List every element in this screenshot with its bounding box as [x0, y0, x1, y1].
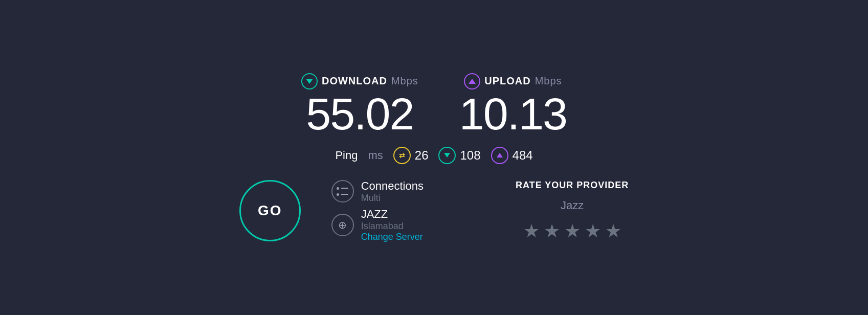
go-button[interactable]: GO	[239, 180, 301, 241]
download-arrow	[306, 79, 313, 84]
upload-unit: Mbps	[535, 75, 562, 87]
speed-section: DOWNLOAD Mbps 55.02 UPLOAD Mbps 10.13 Pi…	[0, 73, 868, 174]
upload-label-row: UPLOAD Mbps	[464, 73, 562, 89]
bottom-section: GO	[0, 179, 868, 242]
download-label-row: DOWNLOAD Mbps	[301, 73, 418, 89]
upload-ping-icon-circle	[491, 147, 508, 164]
speed-row: DOWNLOAD Mbps 55.02 UPLOAD Mbps 10.13	[301, 73, 567, 137]
rate-section: RATE YOUR PROVIDER Jazz ★ ★ ★ ★ ★	[516, 180, 629, 242]
upload-ping-item: 484	[491, 147, 533, 164]
connections-type: Multi	[361, 193, 424, 204]
star-5[interactable]: ★	[605, 220, 621, 242]
upload-block: UPLOAD Mbps 10.13	[459, 73, 567, 137]
globe-icon-circle: ⊕	[331, 214, 354, 236]
download-ping-arrow	[444, 153, 450, 158]
isp-label: JAZZ	[361, 208, 423, 221]
jitter-icon-circle: ⇄	[393, 147, 411, 164]
stars-row[interactable]: ★ ★ ★ ★ ★	[523, 220, 621, 242]
provider-name: Jazz	[561, 199, 584, 212]
download-ping-icon-circle	[438, 147, 456, 164]
download-label: DOWNLOAD	[322, 75, 387, 87]
ping-unit: ms	[368, 149, 383, 162]
jitter-value: 26	[415, 148, 429, 163]
connections-text: Connections Multi	[361, 179, 424, 204]
rate-title: RATE YOUR PROVIDER	[516, 180, 629, 191]
download-ping-item: 108	[438, 147, 480, 164]
go-label: GO	[258, 202, 282, 219]
upload-ping-value: 484	[513, 148, 533, 163]
isp-text: JAZZ Islamabad Change Server	[361, 208, 423, 242]
download-block: DOWNLOAD Mbps 55.02	[301, 73, 418, 137]
jitter-icon: ⇄	[399, 151, 405, 160]
star-3[interactable]: ★	[564, 220, 581, 242]
download-unit: Mbps	[391, 75, 418, 87]
isp-row: ⊕ JAZZ Islamabad Change Server	[331, 208, 424, 242]
upload-value: 10.13	[459, 92, 567, 137]
star-1[interactable]: ★	[523, 220, 540, 242]
ping-label: Ping	[335, 149, 358, 162]
download-icon	[301, 73, 318, 89]
ping-row: Ping ms ⇄ 26 108 484	[335, 147, 532, 164]
download-value: 55.02	[306, 92, 413, 137]
location: Islamabad	[361, 221, 423, 232]
connections-icon-circle	[331, 180, 354, 202]
upload-icon	[464, 73, 480, 89]
download-ping-value: 108	[460, 148, 480, 163]
upload-arrow	[469, 79, 476, 84]
globe-icon: ⊕	[338, 219, 347, 231]
connections-row: Connections Multi	[331, 179, 424, 204]
connections-label: Connections	[361, 179, 424, 193]
upload-label: UPLOAD	[484, 75, 530, 87]
jitter-item: ⇄ 26	[393, 147, 429, 164]
star-4[interactable]: ★	[585, 220, 601, 242]
upload-ping-arrow	[497, 153, 503, 158]
star-2[interactable]: ★	[544, 220, 560, 242]
change-server-link[interactable]: Change Server	[361, 232, 423, 242]
server-info: Connections Multi ⊕ JAZZ Islamabad Chang…	[331, 179, 424, 242]
main-container: DOWNLOAD Mbps 55.02 UPLOAD Mbps 10.13 Pi…	[0, 0, 868, 315]
connections-icon	[337, 187, 348, 196]
